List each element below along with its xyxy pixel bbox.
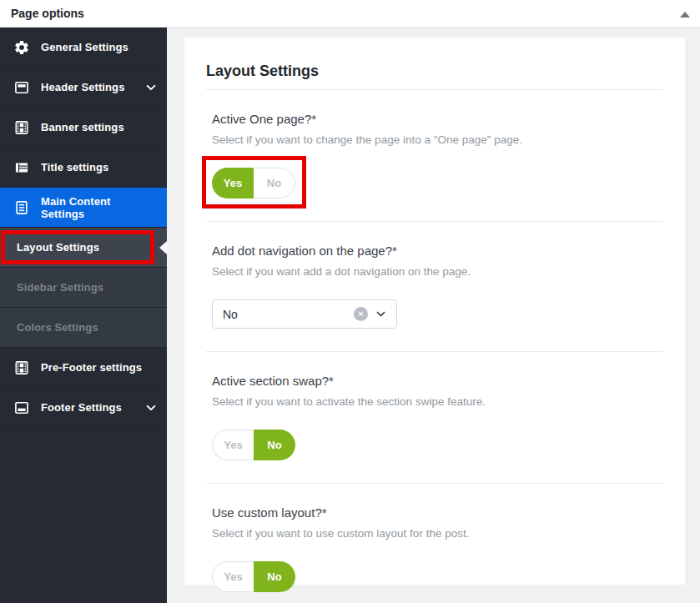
sidebar-item-layout-settings[interactable]: Layout Settings [0,228,167,268]
toggle-no-button[interactable]: No [254,561,295,592]
sidebar-item-label: Title settings [41,161,108,173]
section-swap-toggle: Yes No [212,430,295,460]
toggle-yes-button[interactable]: Yes [212,168,254,198]
toggle-yes-button[interactable]: Yes [212,561,254,592]
setting-label: Active One page?* [212,112,657,126]
footer-icon [13,399,30,416]
sidebar-item-title-settings[interactable]: Title settings [0,148,167,188]
sidebar-item-label: Sidebar Settings [17,281,103,294]
sidebar-item-footer-settings[interactable]: Footer Settings [0,388,167,428]
film-icon [13,119,30,136]
setting-label: Active section swap?* [212,374,657,388]
sidebar-item-label: Pre-Footer settings [41,361,142,374]
sidebar-item-header-settings[interactable]: Header Settings [0,68,167,108]
sidebar-item-label: Main Content Settings [41,195,157,220]
setting-label: Use custom layout?* [212,505,657,520]
sidebar-item-label: Banner settings [41,121,124,133]
chevron-down-icon [375,309,386,319]
setting-description: Select if you want to activate the secti… [212,395,657,408]
setting-section-dot-navigation: Add dot navigation on the page?* Select … [206,222,663,352]
sidebar-item-colors-settings[interactable]: Colors Settings [0,308,167,348]
header-icon [13,79,30,96]
active-item-notch [159,241,167,254]
gear-icon [13,39,30,56]
sidebar-item-general-settings[interactable]: General Settings [0,28,167,68]
setting-section-active-one-page: Active One page?* Select if you want to … [206,90,663,222]
toggle-no-button[interactable]: No [254,168,295,198]
annotation-highlight-box: Yes No [202,156,306,209]
page-options-header: Page options [0,0,700,28]
panel-heading: Layout Settings [206,38,663,90]
setting-section-custom-layout: Use custom layout?* Select if you want t… [206,484,663,603]
document-icon [13,199,30,216]
sidebar-item-pre-footer-settings[interactable]: Pre-Footer settings [0,348,167,388]
chevron-down-icon [145,82,157,93]
dot-navigation-select[interactable]: No ✕ [212,299,397,329]
settings-sidebar: General Settings Header Settings Banner … [0,28,167,603]
sidebar-item-label: Colors Settings [17,321,98,334]
film-icon [13,359,30,376]
setting-description: Select if you want to use custom layout … [212,527,657,540]
one-page-toggle: Yes No [212,168,295,198]
sidebar-item-label: General Settings [41,41,128,53]
page-title: Page options [0,7,84,20]
toggle-no-button[interactable]: No [254,430,295,460]
list-icon [13,159,30,176]
sidebar-item-banner-settings[interactable]: Banner settings [0,108,167,148]
setting-section-section-swap: Active section swap?* Select if you want… [206,352,663,484]
sidebar-item-sidebar-settings[interactable]: Sidebar Settings [0,268,167,308]
select-value: No [223,308,354,321]
collapse-panel-button[interactable] [678,8,692,20]
layout-settings-panel: Layout Settings Active One page?* Select… [184,38,685,585]
setting-label: Add dot navigation on the page?* [212,244,657,258]
sidebar-item-label: Layout Settings [17,241,99,254]
custom-layout-toggle: Yes No [212,561,295,592]
sidebar-item-label: Footer Settings [41,401,122,414]
chevron-down-icon [145,402,157,414]
sidebar-item-main-content-settings[interactable]: Main Content Settings [0,188,167,228]
toggle-yes-button[interactable]: Yes [212,430,254,460]
setting-description: Select if you want to change the page in… [212,133,657,146]
settings-content-area: Layout Settings Active One page?* Select… [167,28,700,603]
clear-selection-icon[interactable]: ✕ [354,307,368,321]
sidebar-item-label: Header Settings [41,81,124,93]
setting-description: Select if you want add a dot navigation … [212,265,657,278]
triangle-up-icon [680,12,690,18]
